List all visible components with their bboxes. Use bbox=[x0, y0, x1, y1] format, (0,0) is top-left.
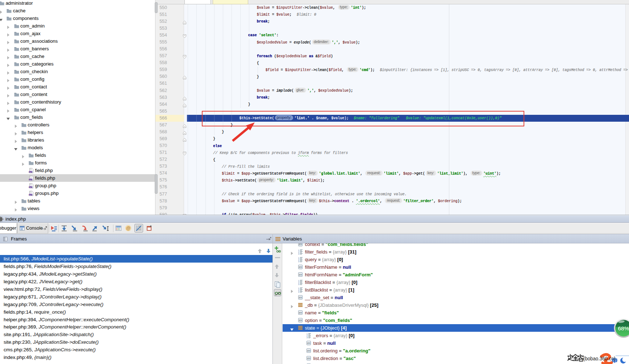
variables-menu-icon[interactable] bbox=[275, 236, 281, 242]
code-line-573[interactable]: // Pre-fill the limits bbox=[187, 163, 629, 170]
tree-item-com_content[interactable]: com_content bbox=[0, 91, 155, 98]
tree-item-com_ajax[interactable]: com_ajax bbox=[0, 30, 155, 37]
editor-gutter[interactable]: 5505515525535545555565575585595605615625… bbox=[155, 4, 184, 215]
code-line-553[interactable] bbox=[187, 25, 629, 32]
frame-row[interactable]: cms.php:265, JApplicationCms->execute() bbox=[0, 346, 272, 353]
chevron-collapsed-icon[interactable] bbox=[6, 85, 10, 89]
chevron-collapsed-icon[interactable] bbox=[14, 123, 18, 127]
code-line-574[interactable]: $limit = $app->getUserStateFromRequest(k… bbox=[187, 170, 629, 177]
chevron-collapsed-icon[interactable] bbox=[6, 62, 10, 66]
tree-item-com_contenthistory[interactable]: com_contenthistory bbox=[0, 98, 155, 106]
move-watch-up-icon[interactable] bbox=[274, 264, 281, 271]
force-step-into-icon[interactable] bbox=[81, 225, 88, 232]
frame-row[interactable]: helper.php:369, JComponentHelper::render… bbox=[0, 323, 272, 331]
step-out-icon[interactable] bbox=[91, 225, 99, 232]
frame-row[interactable]: legacy.php:709, JControllerLegacy->execu… bbox=[0, 301, 272, 308]
tree-item-com_associations[interactable]: com_associations bbox=[0, 37, 155, 45]
step-over-icon[interactable] bbox=[61, 225, 68, 232]
tree-item-forms[interactable]: forms bbox=[0, 159, 155, 167]
variable-row-state[interactable]: state = {JObject} [4] bbox=[283, 324, 629, 332]
show-execution-point-icon[interactable] bbox=[50, 225, 58, 232]
chevron-collapsed-icon[interactable] bbox=[6, 77, 10, 81]
code-editor[interactable]: 5505515525535545555565575585595605615625… bbox=[155, 0, 629, 215]
chevron-collapsed-icon[interactable] bbox=[6, 32, 10, 35]
project-tree-panel[interactable]: administratorcachecomponentscom_admincom… bbox=[0, 0, 155, 215]
show-values-inline-icon[interactable] bbox=[274, 289, 281, 296]
code-line-570[interactable]: else bbox=[187, 143, 629, 150]
editor-scrollbar[interactable] bbox=[625, 4, 629, 215]
tree-item-com_admin[interactable]: com_admin bbox=[0, 22, 155, 30]
frame-row[interactable]: fields.php:76, FieldsModelFields->popula… bbox=[0, 263, 272, 270]
variable-row-filter_fields[interactable]: 123filter_fields = {array} [31] bbox=[283, 248, 629, 256]
tree-item-helpers[interactable]: helpers bbox=[0, 129, 155, 136]
tree-item-administrator[interactable]: administrator bbox=[0, 0, 155, 7]
variable-row-filterBlacklist[interactable]: 123filterBlacklist = {array} [0] bbox=[283, 279, 629, 286]
chevron-expanded-icon[interactable] bbox=[0, 16, 3, 20]
code-line-576[interactable] bbox=[187, 184, 629, 191]
chevron-collapsed-icon[interactable] bbox=[6, 39, 10, 43]
chevron-collapsed-icon[interactable] bbox=[6, 24, 10, 28]
code-line-552[interactable]: break; bbox=[187, 18, 629, 25]
tree-item-fields-php[interactable]: phpfields.php bbox=[0, 174, 155, 182]
chevron-expanded-icon[interactable] bbox=[6, 115, 10, 119]
copy-value-icon[interactable] bbox=[274, 281, 281, 288]
code-line-559[interactable]: $field = $inputFilter->clean($field, typ… bbox=[187, 67, 629, 74]
variable-row-query[interactable]: 123query = {array} [0] bbox=[283, 256, 629, 263]
frame-row[interactable]: list.php:566, JModelList->populateState(… bbox=[0, 255, 272, 263]
code-line-572[interactable]: { bbox=[187, 156, 629, 163]
tab-debugger[interactable]: Debugger bbox=[0, 223, 17, 234]
frame-row[interactable]: legacy.php:434, JModelLegacy->getState() bbox=[0, 270, 272, 278]
editor-tab-sliver[interactable] bbox=[184, 0, 211, 4]
tree-item-group-php[interactable]: phpgroup.php bbox=[0, 182, 155, 189]
tree-item-libraries[interactable]: libraries bbox=[0, 136, 155, 144]
tree-item-com_checkin[interactable]: com_checkin bbox=[0, 68, 155, 75]
code-line-556[interactable] bbox=[187, 46, 629, 53]
chevron-collapsed-icon[interactable] bbox=[14, 206, 18, 210]
variable-row-option[interactable]: 89option = "com_fields" bbox=[283, 317, 629, 324]
tree-item-com_cpanel[interactable]: com_cpanel bbox=[0, 106, 155, 113]
mute-variables-icon[interactable]: 123 bbox=[134, 224, 143, 233]
tree-item-com_contact[interactable]: com_contact bbox=[0, 83, 155, 91]
tree-item-components[interactable]: components bbox=[0, 14, 155, 22]
splitter-handle-top[interactable] bbox=[155, 2, 158, 13]
code-line-564[interactable]: } bbox=[187, 101, 629, 108]
tree-item-groups-php[interactable]: phpgroups.php bbox=[0, 189, 155, 197]
tree-item-controllers[interactable]: controllers bbox=[0, 121, 155, 129]
chevron-collapsed-icon[interactable] bbox=[6, 54, 10, 58]
tab-console[interactable]: Console bbox=[17, 223, 48, 234]
chevron-collapsed-icon[interactable] bbox=[290, 303, 294, 307]
tree-item-com_cache[interactable]: com_cache bbox=[0, 53, 155, 60]
run-to-cursor-icon[interactable] bbox=[102, 225, 109, 232]
chevron-collapsed-icon[interactable] bbox=[14, 199, 18, 203]
variable-row-__state_set[interactable]: 89__state_set = null bbox=[283, 294, 629, 301]
frame-row[interactable]: site.php:191, JApplicationSite->dispatch… bbox=[0, 331, 272, 338]
chevron-collapsed-icon[interactable] bbox=[0, 9, 3, 13]
code-line-560[interactable]: } bbox=[187, 74, 629, 80]
code-line-550[interactable]: $value = $inputFilter->clean($value, typ… bbox=[187, 4, 629, 11]
debug-session-header[interactable]: index.php bbox=[0, 216, 629, 223]
tree-item-fields[interactable]: fields bbox=[0, 151, 155, 159]
chevron-collapsed-icon[interactable] bbox=[6, 70, 10, 74]
code-text-area[interactable]: $value = $inputFilter->clean($value, typ… bbox=[184, 4, 629, 215]
code-line-557[interactable]: foreach ($explodedValue as &$field) bbox=[187, 53, 629, 60]
code-line-562[interactable]: $value = implode(glue:',', $explodedValu… bbox=[187, 87, 629, 94]
remove-watch-icon[interactable] bbox=[274, 254, 281, 261]
variable-row-_errors[interactable]: 123_errors = {array} [0] bbox=[283, 332, 629, 339]
show-referring-objects-icon[interactable]: @ bbox=[125, 225, 132, 232]
frame-row[interactable]: fields.php:14, require_once() bbox=[0, 308, 272, 316]
frame-row[interactable]: helper.php:394, JComponentHelper::execut… bbox=[0, 316, 272, 323]
tree-item-tables[interactable]: tables bbox=[0, 197, 155, 205]
code-line-561[interactable] bbox=[187, 80, 629, 87]
previous-frame-icon[interactable] bbox=[257, 248, 263, 254]
tree-item-cache[interactable]: cache bbox=[0, 7, 155, 14]
frames-list[interactable]: list.php:566, JModelList->populateState(… bbox=[0, 243, 272, 364]
frames-header-arrow-icon[interactable] bbox=[266, 237, 271, 241]
variable-row-_db[interactable]: _db = {JDatabaseDriverMysql} [25] bbox=[283, 301, 629, 309]
add-watch-icon[interactable] bbox=[274, 246, 281, 253]
code-line-580[interactable]: if (!in_array($value, $this->filter_fiel… bbox=[187, 212, 629, 215]
restore-layout-icon[interactable] bbox=[146, 225, 153, 232]
frame-row[interactable]: view.html.php:72, FieldsViewFields->disp… bbox=[0, 285, 272, 293]
frame-row[interactable]: legacy.php:671, JControllerLegacy->displ… bbox=[0, 293, 272, 301]
chevron-collapsed-icon[interactable] bbox=[290, 250, 294, 254]
variable-row-filterFormName[interactable]: 89filterFormName = null bbox=[283, 263, 629, 271]
